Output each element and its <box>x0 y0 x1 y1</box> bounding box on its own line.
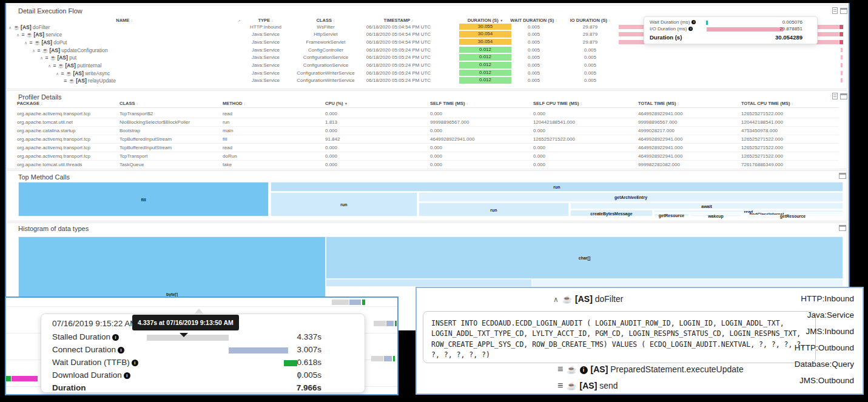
flow-tree-row[interactable]: ∧≡☕[AS] putInternal <box>48 62 101 69</box>
sort-icon[interactable]: ↕ <box>792 101 793 106</box>
menu-icon[interactable]: ≡ <box>53 62 56 69</box>
info-icon[interactable]: i <box>118 347 124 353</box>
cell-timestamp: 06/18/2020 05:05:24 PM UTC <box>366 78 431 83</box>
column-header-total-time-ms-[interactable]: TOTAL TIME (MS) ↕ <box>638 101 679 106</box>
menu-icon[interactable]: ≡ <box>557 364 563 374</box>
trace-root-row[interactable]: ∧☕[AS] doFilter <box>553 294 623 304</box>
io-duration-bar <box>707 27 783 32</box>
info-icon[interactable]: i <box>124 372 130 379</box>
chevron-up-icon[interactable]: ∧ <box>24 41 27 45</box>
flame-block-await[interactable]: await <box>570 203 843 209</box>
info-icon[interactable]: i <box>691 20 696 24</box>
chevron-up-icon[interactable]: ∧ <box>40 56 43 60</box>
expand-window-icon[interactable] <box>840 8 847 14</box>
sort-icon[interactable]: ▼ <box>345 102 348 106</box>
sort-icon[interactable]: ↕ <box>136 101 138 106</box>
flame-block-run[interactable]: run <box>419 203 569 216</box>
trace-row[interactable]: ≡☕[AS] send <box>557 380 618 391</box>
flow-tree-row[interactable]: ∧≡☕[AS] doPut <box>24 39 67 45</box>
column-header-total-cpu-time-ms-[interactable]: TOTAL CPU TIME (MS) ↕ <box>741 101 793 106</box>
flame-block-getResource[interactable]: getResource <box>742 215 843 216</box>
column-header-method[interactable]: METHOD ↕ <box>223 101 246 106</box>
info-icon[interactable]: i <box>688 27 693 31</box>
expand-window-icon[interactable] <box>840 93 847 99</box>
as-prefix: [AS] <box>57 55 69 61</box>
flame-block-createBytesMessage[interactable]: createBytesMessage <box>570 210 653 216</box>
column-header-name[interactable]: NAME ↕ <box>116 18 132 23</box>
flame-block-byte[][interactable]: byte[] <box>18 236 326 297</box>
tooltip-duration-value: 30.054289 <box>775 34 802 41</box>
flame-block-fill[interactable]: fill <box>18 182 269 216</box>
sort-icon[interactable]: ↕ <box>678 101 679 106</box>
timing-row-label: Stalled Durationi <box>52 332 119 341</box>
column-header-class[interactable]: CLASS ↕ <box>119 101 138 106</box>
flame-block-char[][interactable]: char[] <box>326 236 843 279</box>
column-header-io-duration-s-[interactable]: IO DURATION (S) ↕ <box>570 18 610 23</box>
flame-block-wakeup[interactable]: wakeup <box>690 215 741 216</box>
sort-icon[interactable]: ↕ <box>411 18 413 22</box>
expand-window-icon[interactable] <box>839 173 846 179</box>
sort-icon[interactable]: ↕ <box>130 18 132 22</box>
chevron-up-icon[interactable]: ∧ <box>8 25 12 30</box>
sort-icon[interactable]: ↕ <box>466 101 468 106</box>
column-header-class[interactable]: CLASS ↕ <box>317 18 335 23</box>
chevron-up-icon[interactable]: ∧ <box>32 49 35 53</box>
flow-tree-row[interactable]: ∧≡☕[AS] writeAsync <box>56 70 110 76</box>
flame-block-label: char[] <box>579 256 590 260</box>
sort-icon[interactable]: ↕ <box>608 18 610 22</box>
column-header-timestamp[interactable]: TIMESTAMP ↕ <box>384 18 414 23</box>
flame-block-run[interactable]: run <box>271 192 417 216</box>
profiler-cell: 0.000 <box>533 111 545 116</box>
profiler-cell: 0.000 <box>533 128 545 133</box>
flame-block-getArchiveEntry[interactable]: getArchiveEntry <box>419 192 843 202</box>
profiler-cell: 99998896567.000 <box>638 119 678 125</box>
sort-icon[interactable]: ↕ <box>244 101 246 106</box>
sort-icon[interactable]: ↕ <box>271 18 273 22</box>
duration-chip: 0.012 <box>459 47 511 53</box>
column-header-package[interactable]: PACKAGE ↕ <box>17 101 42 106</box>
info-icon[interactable]: i <box>132 360 138 366</box>
column-header-self-time-ms-[interactable]: SELF TIME (MS) ↕ <box>430 101 468 106</box>
flow-tree-row[interactable]: ∧☕[AS] doFilter <box>8 24 50 30</box>
flame-block-unlabeled[interactable] <box>532 279 843 287</box>
trace-row[interactable]: ≡☕i[AS] PreparedStatement.executeUpdate <box>557 364 744 375</box>
expand-window-icon[interactable] <box>839 225 846 231</box>
sort-icon[interactable]: ↕ <box>333 18 335 22</box>
chevron-up-icon[interactable]: ∧ <box>16 33 19 37</box>
sort-icon[interactable]: ↕ <box>555 18 557 22</box>
column-header-cpu-[interactable]: CPU (%) ▼ <box>325 101 348 106</box>
sort-icon[interactable]: ↕ <box>580 101 582 106</box>
menu-icon[interactable]: ≡ <box>37 47 40 53</box>
column-resize-icon[interactable]: ↗ <box>237 19 241 24</box>
export-icon[interactable] <box>832 93 838 99</box>
sql-statement-box[interactable]: INSERT INTO ECDOAUD.ECDD_LOGIN_AUDIT ( L… <box>423 311 816 363</box>
timeline-bar-cap <box>839 25 843 29</box>
sort-icon[interactable]: ↕ <box>41 101 42 106</box>
chevron-up-icon[interactable]: ∧ <box>48 64 51 68</box>
flow-tree-row[interactable]: ∧≡☕[AS] service <box>16 32 62 38</box>
menu-icon[interactable]: ≡ <box>64 78 67 84</box>
profiler-cell: 0.000 <box>430 153 442 159</box>
flow-tree-row[interactable]: ≡☕[AS] relayUpdate <box>64 78 116 84</box>
column-header-self-cpu-time-ms-[interactable]: SELF CPU TIME (MS) ↕ <box>533 101 582 106</box>
flame-block-unlabeled[interactable] <box>326 279 532 287</box>
menu-icon[interactable]: ≡ <box>61 70 64 76</box>
info-icon[interactable]: i <box>112 334 119 341</box>
menu-icon[interactable]: ≡ <box>29 39 32 45</box>
flow-tree-row[interactable]: ∧≡☕[AS] put <box>40 55 76 61</box>
menu-icon[interactable]: ≡ <box>557 380 563 390</box>
flame-block-run[interactable]: run <box>271 182 843 192</box>
flow-tree-row[interactable]: ∧≡☕[AS] updateConfiguration <box>32 47 108 53</box>
menu-icon[interactable]: ≡ <box>21 32 24 38</box>
chevron-up-icon[interactable]: ∧ <box>553 295 559 304</box>
export-icon[interactable] <box>832 7 838 14</box>
cell-timestamp: 06/18/2020 05:05:24 PM UTC <box>366 55 431 60</box>
column-header-duration-s-[interactable]: DURATION (S) ▼ <box>468 18 503 23</box>
chevron-up-icon[interactable]: ∧ <box>56 72 59 76</box>
menu-icon[interactable]: ≡ <box>45 55 48 61</box>
column-header-wait-duration-s-[interactable]: WAIT DURATION (S) ↕ <box>510 18 557 23</box>
info-icon[interactable]: i <box>580 366 588 374</box>
sort-icon[interactable]: ▼ <box>500 19 503 22</box>
flame-block-getResource[interactable]: getResource <box>654 213 689 216</box>
column-header-type[interactable]: TYPE ↕ <box>258 18 274 23</box>
